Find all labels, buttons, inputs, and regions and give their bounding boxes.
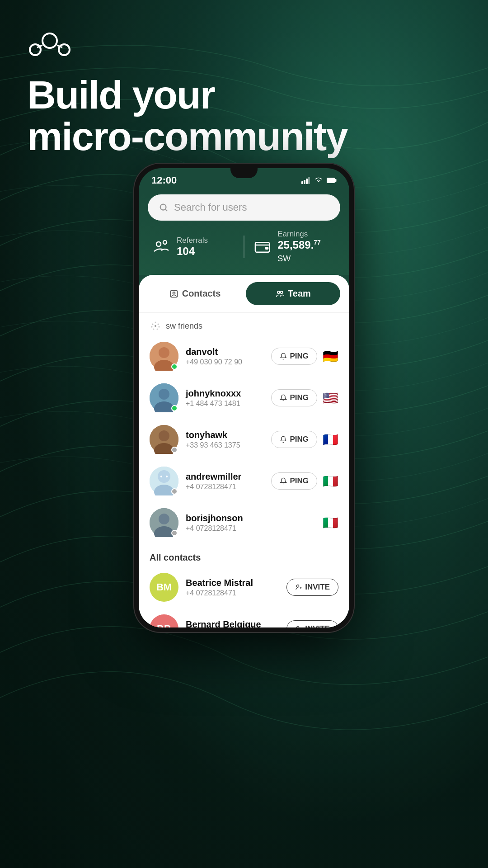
ping-button-andrew[interactable]: PING (271, 472, 317, 490)
contact-info-bb: Bernard Belgique +4 0728128471 (186, 619, 279, 628)
svg-point-21 (281, 291, 283, 293)
community-icon (27, 27, 72, 63)
contact-name-tony: tonyhawk (186, 430, 264, 440)
svg-point-23 (152, 324, 154, 325)
svg-point-34 (159, 389, 169, 400)
contact-item-johny: johnyknoxxx +1 484 473 1481 PING 🇺🇸 (139, 377, 349, 419)
tab-team[interactable]: Team (246, 282, 340, 305)
svg-point-12 (160, 204, 166, 210)
person-add-icon (295, 584, 302, 591)
svg-point-1 (42, 33, 57, 48)
svg-point-42 (160, 476, 162, 477)
svg-rect-17 (265, 247, 268, 250)
contact-info-bm: Beatrice Mistral +4 0728128471 (186, 578, 279, 597)
sw-friends-icon (150, 320, 161, 332)
contact-item-andrew: andrewmiller +4 0728128471 PING 🇮🇹 (139, 460, 349, 502)
tab-contacts[interactable]: Contacts (148, 282, 242, 305)
offline-dot-boris (171, 530, 178, 536)
contact-info-johny: johnyknoxxx +1 484 473 1481 (186, 388, 264, 408)
svg-point-15 (163, 241, 167, 244)
flag-danvolt: 🇩🇪 (323, 349, 338, 364)
svg-point-20 (277, 291, 280, 293)
contact-phone-danvolt: +49 030 90 72 90 (186, 358, 264, 366)
phone-header: Search for users Referrals (139, 194, 349, 275)
search-icon (159, 203, 169, 212)
contacts-tab-icon (169, 289, 178, 298)
offline-dot-tony (171, 447, 178, 453)
phone-notch (230, 168, 258, 178)
contact-name-boris: borisjhonson (186, 513, 315, 524)
avatar-bb: BB (150, 614, 178, 627)
wifi-icon (314, 177, 323, 184)
svg-rect-6 (301, 181, 303, 184)
svg-line-13 (165, 209, 167, 211)
svg-point-22 (155, 325, 156, 327)
sw-friends-header: sw friends (139, 313, 349, 335)
svg-point-19 (173, 292, 175, 294)
contact-phone-johny: +1 484 473 1481 (186, 400, 264, 408)
svg-point-40 (158, 470, 170, 483)
avatar-wrap-tony (150, 425, 178, 454)
contact-item-tony: tonyhawk +33 93 463 1375 PING 🇫🇷 (139, 419, 349, 460)
svg-point-43 (166, 476, 168, 477)
referrals-icon (152, 238, 170, 256)
sw-friends-title: sw friends (166, 321, 202, 331)
contact-name-danvolt: danvolt (186, 347, 264, 357)
search-bar[interactable]: Search for users (148, 194, 340, 221)
bell-icon (280, 477, 287, 485)
avatar-bm: BM (150, 573, 178, 602)
earnings-stat: Earnings 25,589.77 SW (253, 230, 336, 264)
person-add-icon (295, 625, 302, 627)
contact-actions-johny: PING 🇺🇸 (271, 389, 338, 406)
ping-button-danvolt[interactable]: PING (271, 348, 317, 365)
flag-johny: 🇺🇸 (323, 391, 338, 406)
referrals-count: 104 (177, 245, 208, 258)
phone-content: Contacts Team (139, 275, 349, 627)
avatar-wrap-danvolt (150, 342, 178, 371)
flag-andrew: 🇮🇹 (323, 474, 338, 489)
contact-info-andrew: andrewmiller +4 0728128471 (186, 472, 264, 491)
contact-actions-andrew: PING 🇮🇹 (271, 472, 338, 490)
referrals-label: Referrals (177, 236, 208, 245)
contact-name-andrew: andrewmiller (186, 472, 264, 482)
flag-boris: 🇮🇹 (323, 515, 338, 530)
svg-point-25 (151, 326, 153, 328)
invite-button-bb[interactable]: INVITE (286, 620, 338, 627)
contact-info-danvolt: danvolt +49 030 90 72 90 (186, 347, 264, 366)
contact-item-bb: BB Bernard Belgique +4 0728128471 (139, 608, 349, 627)
stats-divider (244, 236, 244, 258)
signal-icon (301, 177, 310, 184)
avatar-wrap-andrew (150, 467, 178, 495)
svg-point-50 (297, 627, 299, 627)
status-icons (301, 177, 337, 184)
bell-icon (280, 436, 287, 443)
avatar-wrap-boris (150, 508, 178, 537)
svg-point-29 (155, 322, 156, 323)
phone-screen: 12:00 (139, 168, 349, 627)
contact-name-bm: Beatrice Mistral (186, 578, 279, 588)
contact-actions-bb: INVITE (286, 620, 338, 627)
svg-point-27 (153, 329, 155, 330)
ping-button-johny[interactable]: PING (271, 389, 317, 406)
hero-title: Build your micro-community (27, 74, 461, 158)
earnings-value: 25,589.77 SW (277, 239, 336, 264)
stats-row: Referrals 104 Earnings (148, 230, 340, 264)
invite-button-bm[interactable]: INVITE (286, 579, 338, 596)
tab-bar: Contacts Team (139, 275, 349, 313)
ping-button-tony[interactable]: PING (271, 431, 317, 448)
svg-point-31 (159, 347, 169, 358)
phone-frame: 12:00 (133, 163, 355, 633)
contact-info-boris: borisjhonson +4 0728128471 (186, 513, 315, 533)
svg-point-24 (158, 324, 159, 325)
contact-phone-tony: +33 93 463 1375 (186, 441, 264, 449)
contact-item-boris: borisjhonson +4 0728128471 🇮🇹 (139, 502, 349, 543)
svg-point-45 (159, 514, 169, 524)
svg-point-14 (156, 242, 161, 246)
svg-point-37 (159, 430, 169, 441)
search-placeholder: Search for users (174, 202, 247, 213)
contact-actions-bm: INVITE (286, 579, 338, 596)
svg-point-47 (297, 585, 299, 587)
avatar-wrap-bb: BB (150, 614, 178, 627)
referrals-stat: Referrals 104 (152, 236, 235, 258)
bell-icon (280, 394, 287, 401)
